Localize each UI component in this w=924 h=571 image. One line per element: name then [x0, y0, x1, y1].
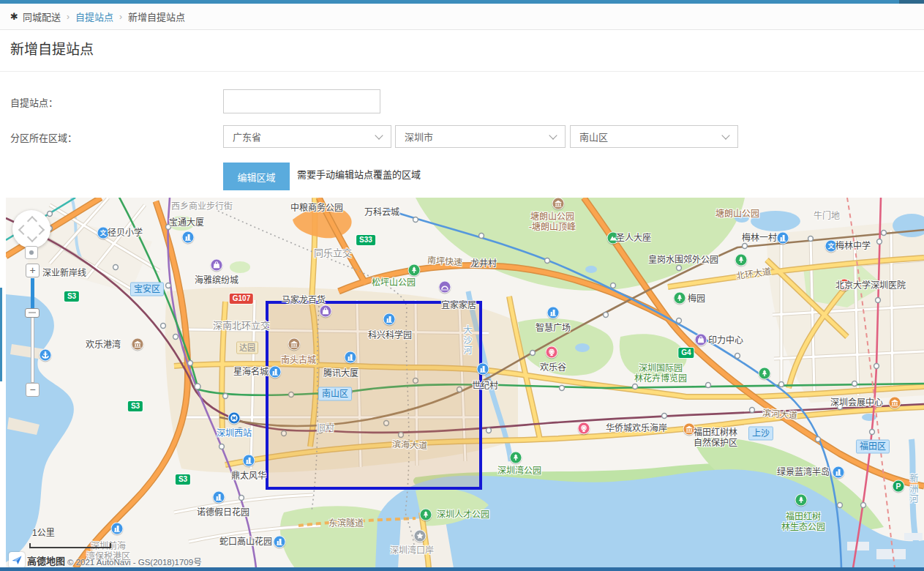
district-label: 宝安区 [130, 283, 164, 296]
map-scale-label: 1公里 [32, 526, 55, 538]
page: ✱ 同城配送 › 自提站点 › 新增自提站点 新增自提站点 自提站点： 分区所在… [0, 0, 924, 571]
pan-down-icon[interactable] [27, 232, 37, 242]
breadcrumb-item-home[interactable]: 同城配送 [23, 10, 61, 23]
map-label: 新洲河 [908, 474, 918, 504]
map-label: 欢乐港湾 [86, 340, 121, 350]
district-select-value: 南山区 [579, 130, 608, 143]
map-label: 梅园 [688, 294, 705, 304]
building-icon [383, 313, 396, 326]
map-label: 同乐立交 [314, 248, 352, 258]
station-name-input[interactable] [223, 89, 380, 113]
amap-logo[interactable]: 高德地图 [9, 552, 65, 568]
map-label: 塘朗山公园 -塘朗山顶峰 [529, 212, 576, 232]
map-label: 龙井村 [470, 258, 497, 269]
building-icon [345, 351, 357, 364]
star-icon [414, 530, 427, 542]
road-badge: S33 [356, 235, 375, 245]
road-badge: S3 [64, 291, 79, 302]
map-center-button[interactable] [25, 246, 38, 259]
map-label: 北环大道 [735, 266, 771, 282]
bottom-accent-bar [0, 567, 924, 571]
map-label: 万科云城 [364, 207, 399, 217]
province-select[interactable]: 广东省 [223, 125, 391, 148]
page-title: 新增自提站点 [10, 38, 94, 58]
map-pan-control[interactable] [12, 210, 50, 248]
map-label: 马家龙百货 [282, 295, 326, 305]
map-label: 深圳国际园 林花卉博览园 [634, 363, 687, 384]
edit-region-note: 需要手动编辑站点覆盖的区域 [297, 167, 421, 181]
road-badge: G107 [230, 294, 253, 304]
map-label: 牛门地 [814, 211, 840, 221]
edit-region-button[interactable]: 编辑区域 [223, 163, 290, 190]
district-label: 福田区 [856, 440, 890, 454]
map-canvas[interactable]: 文文P西乡商业步行街中粮商务公园万科云城径贝小学宝通大厦同乐立交塘朗山公园 -塘… [6, 198, 924, 568]
building-icon [269, 366, 282, 378]
building-icon [833, 466, 845, 479]
zoom-slider-handle[interactable] [25, 308, 40, 318]
divider [0, 71, 924, 72]
map-label: 塘朗山公园 [715, 209, 759, 219]
pan-up-icon[interactable] [27, 216, 37, 226]
parking-icon: P [893, 480, 905, 493]
ferris-icon [546, 346, 558, 359]
map-label: 深南北环立交 [213, 321, 270, 331]
building-icon [111, 523, 124, 535]
map-attribution: © 2021 AutoNavi - GS(2018)1709号 [67, 556, 202, 567]
zoom-out-button[interactable]: − [26, 383, 40, 397]
map-label: 诺德假日花园 [197, 507, 249, 518]
map-label: 皇岗水围郊外公园 [648, 255, 718, 265]
district-label: 南山区 [318, 387, 352, 401]
map-label: 圣人大座 [616, 233, 651, 243]
map-label: 深圳湾公园 [497, 466, 541, 476]
city-select[interactable]: 深圳市 [395, 125, 566, 148]
zoom-slider-fill [31, 278, 34, 310]
map-label: 南坪快速 [427, 255, 463, 267]
map-label: 鼎太风华 [231, 471, 266, 481]
anchor-icon [40, 349, 52, 362]
map-label: 松坪山公园 [372, 277, 416, 288]
map-label: 世纪村 [472, 381, 498, 391]
pan-left-icon[interactable] [18, 225, 29, 235]
breadcrumb-separator: › [67, 12, 70, 22]
map-label: 福田红树 林生态公园 [781, 512, 825, 532]
map-label: 旧村 [317, 423, 334, 433]
region-label: 分区所在区域： [10, 130, 77, 144]
map-poi-layer: 文文P西乡商业步行街中粮商务公园万科云城径贝小学宝通大厦同乐立交塘朗山公园 -塘… [6, 198, 924, 568]
building-icon [547, 307, 560, 319]
map-label: 滨海大道 [392, 439, 428, 451]
museum-icon [552, 198, 565, 210]
pan-right-icon[interactable] [34, 225, 45, 235]
district-label: 上沙 [748, 427, 773, 441]
map-label: 深圳湾口岸 [390, 545, 434, 556]
map-label: 宜家家居 [441, 300, 476, 310]
map-label: 腾讯大厦 [323, 368, 358, 378]
map-label: 深业新岸线 [42, 268, 86, 278]
amap-logo-text: 高德地图 [27, 553, 65, 567]
breadcrumb-item-stations[interactable]: 自提站点 [75, 10, 113, 23]
map-label: 西乡商业步行街 [171, 201, 233, 212]
museum-icon [889, 397, 901, 409]
chevron-down-icon [375, 131, 383, 139]
map-label: 东滨隧道 [328, 518, 364, 529]
svg-text:文: 文 [100, 229, 107, 236]
tree-icon [735, 254, 748, 266]
map-label: 印力中心 [708, 335, 743, 346]
map-label: 中粮商务公园 [290, 203, 343, 213]
amap-plane-icon [9, 552, 25, 568]
tree-icon [674, 292, 686, 305]
zoom-in-button[interactable]: + [26, 264, 40, 277]
map-label: 深圳西站 [217, 428, 252, 438]
station-name-label: 自提站点： [10, 95, 58, 109]
road-badge: S3 [176, 474, 190, 485]
map-label: 蛇口高山花园 [219, 537, 272, 547]
map-label: 深圳人才公园 [437, 510, 489, 520]
city-select-value: 深圳市 [405, 130, 433, 143]
building-icon [274, 536, 286, 548]
map-label: 径贝小学 [108, 228, 143, 238]
district-select[interactable]: 南山区 [570, 125, 738, 148]
province-select-value: 广东省 [233, 130, 261, 143]
map-label: 深圳会展中心 [830, 398, 883, 408]
map-label: 福田红树林 自然保护区 [694, 428, 737, 448]
bag-icon [695, 334, 707, 346]
tree-icon [420, 509, 432, 521]
